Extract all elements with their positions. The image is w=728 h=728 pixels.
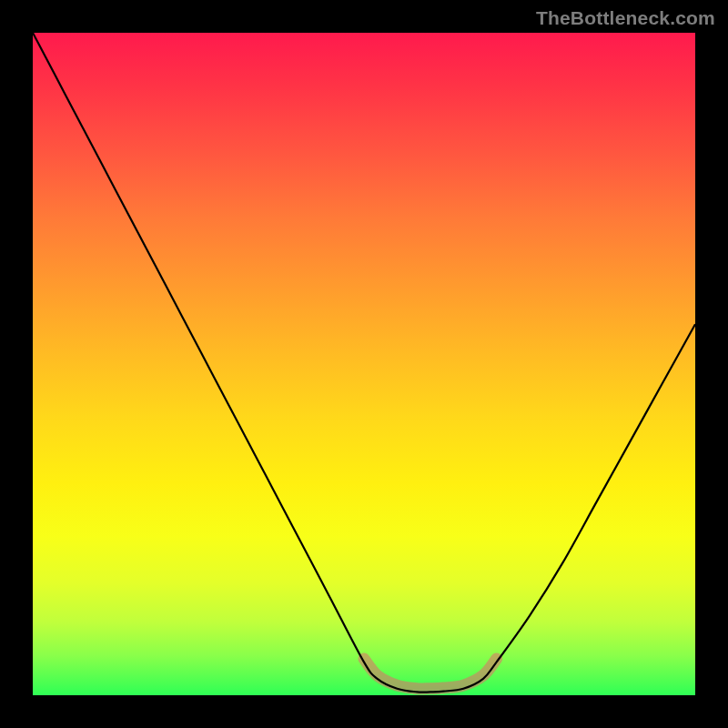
plot-area: [33, 33, 695, 695]
curve-svg: [33, 33, 695, 695]
watermark-text: TheBottleneck.com: [536, 7, 715, 29]
chart-stage: TheBottleneck.com: [0, 0, 728, 728]
optimal-flat-band: [364, 659, 497, 689]
bottleneck-curve: [33, 33, 695, 693]
